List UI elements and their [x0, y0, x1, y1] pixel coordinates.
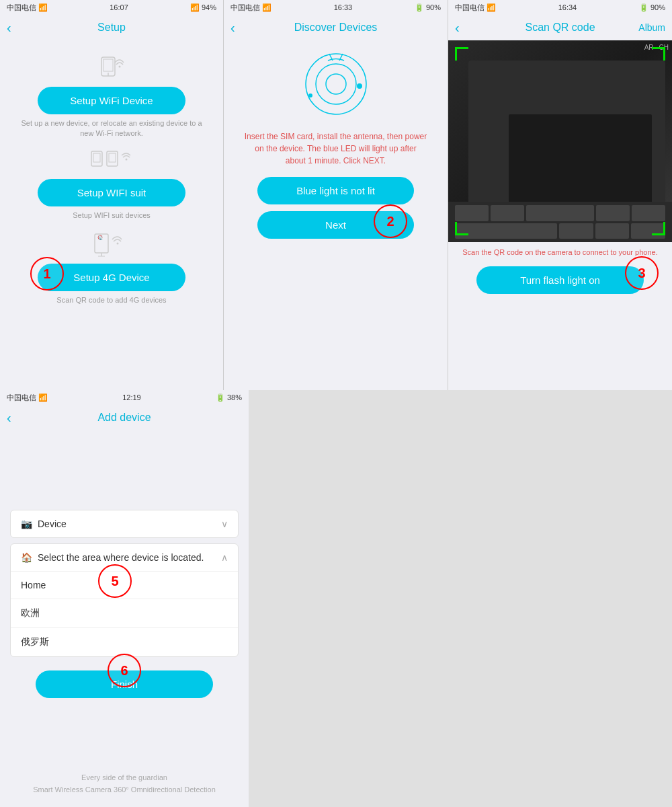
time-1: 16:07: [110, 3, 128, 11]
nav-title-3: Scan QR code: [525, 22, 595, 34]
area-option-europe[interactable]: 欧洲: [11, 599, 238, 627]
chevron-up-icon-area: ∧: [221, 552, 228, 563]
carrier-4: 中国电信: [7, 393, 36, 403]
nav-bar-1: ‹ Setup: [0, 15, 223, 40]
home-icon: 🏠: [21, 552, 32, 563]
setup-4g-desc: Scan QR code to add 4G devices: [20, 295, 203, 305]
wifi-icon-2: 📶: [262, 3, 271, 12]
nav-bar-2: ‹ Discover Devices: [224, 15, 448, 40]
battery-2: 🔋 90%: [415, 3, 441, 12]
area-select-header[interactable]: 🏠 Select the area where device is locate…: [11, 544, 238, 571]
carrier-2: 中国电信: [230, 3, 260, 13]
area-option-russia[interactable]: 俄罗斯: [11, 627, 238, 656]
svg-point-21: [308, 93, 312, 98]
carrier-1: 中国电信: [7, 3, 36, 13]
bottom-text-area: Every side of the guardian Smart Wireles…: [10, 759, 239, 807]
nav-bar-4: ‹ Add device: [0, 405, 249, 430]
battery-4: 🔋 38%: [216, 393, 242, 402]
back-button-2[interactable]: ‹: [230, 20, 235, 36]
4g-device-icon: 📡: [20, 227, 203, 260]
bottom-text-2: Smart Wireless Camera 360° Omnidirection…: [17, 784, 232, 796]
setup-suit-desc: Setup WIFI suit devices: [20, 210, 203, 221]
chevron-down-icon-device: ∨: [221, 518, 228, 529]
status-bar-1: 中国电信 📶 16:07 📶 94%: [0, 0, 223, 15]
empty-area: [249, 390, 672, 807]
svg-point-20: [357, 83, 362, 89]
setup-wifi-suit-btn[interactable]: Setup WIFI suit: [38, 179, 185, 206]
area-label: Select the area where device is located.: [38, 552, 204, 563]
svg-point-16: [316, 64, 356, 104]
device-label: Device: [38, 518, 67, 529]
setup-wifi-desc: Set up a new device, or relocate an exis…: [20, 118, 203, 139]
wifi-device-icon: [20, 50, 203, 83]
carrier-3: 中国电信: [455, 3, 485, 13]
nav-title-4: Add device: [97, 412, 151, 424]
wifi-icon-4: 📶: [38, 393, 48, 402]
svg-rect-5: [93, 153, 100, 162]
back-button-3[interactable]: ‹: [455, 20, 460, 36]
area-option-home[interactable]: Home: [11, 571, 238, 599]
next-btn[interactable]: Next: [257, 211, 413, 239]
svg-text:📡: 📡: [98, 235, 103, 241]
nav-bar-3: ‹ Scan QR code Album: [448, 15, 672, 40]
back-button-4[interactable]: ‹: [7, 410, 11, 426]
finish-btn[interactable]: Finish: [36, 670, 213, 698]
svg-rect-1: [103, 59, 113, 71]
round-camera-icon: [244, 47, 427, 124]
blue-light-btn[interactable]: Blue light is not lit: [257, 177, 413, 204]
battery-3: 🔋 90%: [639, 3, 665, 12]
back-button-1[interactable]: ‹: [7, 20, 11, 36]
album-button[interactable]: Album: [638, 22, 665, 33]
panel-setup: 中国电信 📶 16:07 📶 94% ‹ Setup: [0, 0, 224, 390]
device-dropdown[interactable]: 📷 Device ∨: [10, 510, 239, 538]
nav-title-1: Setup: [97, 22, 126, 34]
status-bar-3: 中国电信 📶 16:34 🔋 90%: [448, 0, 672, 15]
svg-rect-7: [109, 153, 116, 162]
setup-4g-device-btn[interactable]: Setup 4G Device: [38, 264, 185, 291]
qr-corner-tr: [652, 47, 665, 61]
qr-corner-tl: [455, 47, 468, 61]
svg-point-8: [126, 158, 128, 160]
panel-scan-qr: 中国电信 📶 16:34 🔋 90% ‹ Scan QR code Album: [448, 0, 672, 390]
svg-point-17: [326, 74, 346, 94]
discover-instruction: Insert the SIM card, install the antenna…: [244, 130, 427, 167]
wifi-icon-3: 📶: [487, 3, 496, 12]
time-3: 16:34: [558, 3, 577, 11]
camera-view: AR CH: [448, 40, 672, 242]
qr-corner-bl: [455, 222, 468, 235]
setup-wifi-device-btn[interactable]: Setup WiFi Device: [38, 87, 185, 114]
panel-discover: 中国电信 📶 16:33 🔋 90% ‹ Discover Devices: [224, 0, 448, 390]
status-bar-2: 中国电信 📶 16:33 🔋 90%: [224, 0, 448, 15]
flashlight-btn[interactable]: Turn flash light on: [476, 266, 644, 294]
area-select: 🏠 Select the area where device is locate…: [10, 543, 239, 657]
time-4: 12:19: [122, 393, 141, 401]
nav-title-2: Discover Devices: [294, 22, 378, 34]
scan-instruction-text: Scan the QR code on the camera to connec…: [448, 242, 672, 263]
battery-1: 94%: [202, 3, 216, 11]
time-2: 16:33: [334, 3, 353, 11]
qr-corner-br: [652, 222, 665, 235]
signal-icon-1: 📶: [190, 3, 200, 12]
wifi-icon-1: 📶: [38, 3, 48, 12]
svg-point-3: [119, 66, 121, 68]
bottom-text-1: Every side of the guardian: [17, 772, 232, 784]
device-icon-dropdown: 📷: [21, 518, 32, 529]
status-bar-4: 中国电信 📶 12:19 🔋 38%: [0, 390, 249, 405]
svg-point-12: [117, 243, 119, 245]
svg-point-15: [306, 54, 366, 114]
panel-add-device: 中国电信 📶 12:19 🔋 38% ‹ Add device 📷 Device…: [0, 390, 249, 807]
suit-icon: [20, 146, 203, 176]
